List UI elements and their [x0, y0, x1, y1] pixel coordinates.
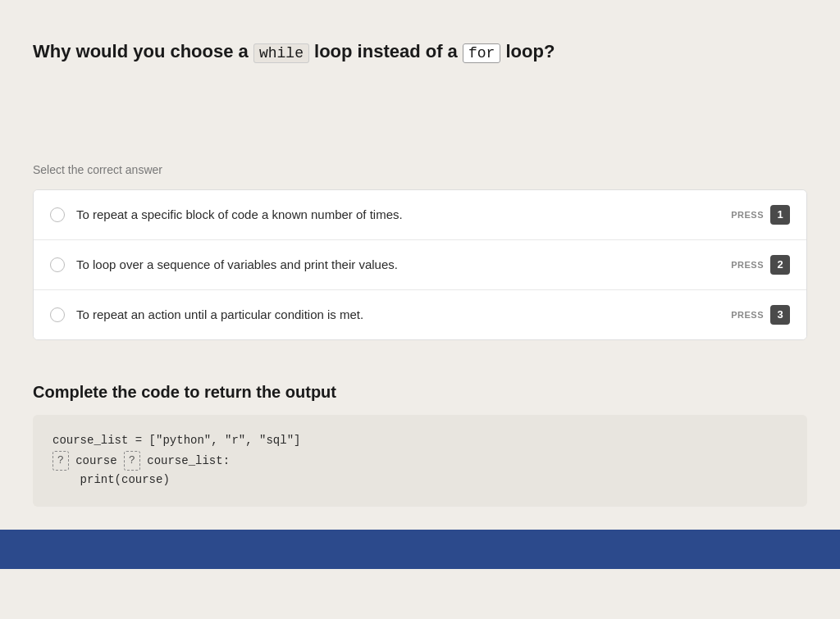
bottom-bar	[0, 530, 840, 569]
question-suffix: loop?	[500, 41, 555, 61]
press-badge-3: PRESS 3	[731, 305, 790, 325]
question-prefix: Why would you choose a	[33, 41, 253, 61]
answer-left-2: To loop over a sequence of variables and…	[50, 257, 398, 272]
radio-1[interactable]	[50, 207, 65, 222]
code-section-title: Complete the code to return the output	[33, 383, 807, 402]
press-label-3: PRESS	[731, 310, 764, 320]
question-section: Why would you choose a while loop instea…	[0, 16, 840, 360]
radio-3[interactable]	[50, 307, 65, 322]
answer-left-3: To repeat an action until a particular c…	[50, 307, 363, 322]
code-text-4: print(course)	[52, 473, 170, 486]
press-number-1: 1	[770, 205, 790, 225]
press-number-3: 3	[770, 305, 790, 325]
while-code: while	[253, 43, 309, 63]
for-code: for	[463, 43, 500, 63]
answer-options: To repeat a specific block of code a kno…	[33, 189, 807, 340]
answer-option-3[interactable]: To repeat an action until a particular c…	[34, 290, 806, 339]
code-line-1: course_list = ["python", "r", "sql"]	[52, 431, 788, 451]
press-label-1: PRESS	[731, 210, 764, 220]
code-block: course_list = ["python", "r", "sql"] ? c…	[33, 415, 807, 507]
code-text-2: course	[69, 453, 124, 467]
option-text-3: To repeat an action until a particular c…	[76, 307, 363, 321]
option-text-1: To repeat a specific block of code a kno…	[76, 207, 403, 221]
answer-option-1[interactable]: To repeat a specific block of code a kno…	[34, 190, 806, 240]
answer-left-1: To repeat a specific block of code a kno…	[50, 207, 403, 222]
radio-2[interactable]	[50, 257, 65, 272]
select-label: Select the correct answer	[33, 163, 807, 176]
code-line-3: print(course)	[52, 471, 788, 490]
page-container: Why would you choose a while loop instea…	[0, 0, 840, 569]
question-middle: loop instead of a	[309, 41, 463, 61]
option-text-2: To loop over a sequence of variables and…	[76, 257, 398, 271]
press-label-2: PRESS	[731, 260, 764, 270]
code-section: Complete the code to return the output c…	[0, 360, 840, 530]
placeholder-1[interactable]: ?	[52, 451, 69, 471]
code-text-1: course_list = ["python", "r", "sql"]	[52, 434, 300, 447]
press-number-2: 2	[770, 255, 790, 275]
answer-option-2[interactable]: To loop over a sequence of variables and…	[34, 240, 806, 290]
press-badge-1: PRESS 1	[731, 205, 790, 225]
question-title: Why would you choose a while loop instea…	[33, 39, 807, 65]
placeholder-2[interactable]: ?	[124, 451, 140, 471]
code-line-2: ? course ? course_list:	[52, 451, 788, 471]
press-badge-2: PRESS 2	[731, 255, 790, 275]
code-text-3: course_list:	[140, 453, 230, 467]
